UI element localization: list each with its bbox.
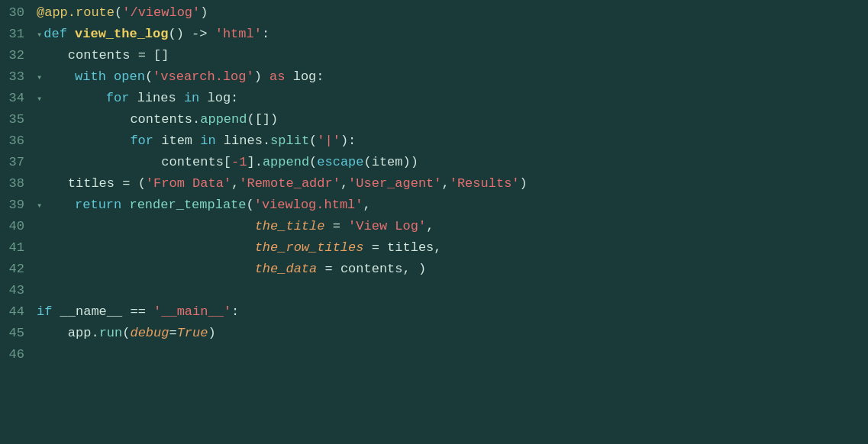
code-line-36: 36 for item in lines.split('|'): bbox=[0, 131, 868, 153]
line-content-33: with open('vsearch.log') as log: bbox=[44, 67, 324, 87]
code-line-34: 34 ▾ for lines in log: bbox=[0, 88, 868, 110]
line-number-32: 32 bbox=[0, 46, 37, 66]
line-number-43: 43 bbox=[0, 281, 37, 301]
code-line-46: 46 bbox=[0, 345, 868, 366]
code-line-31: 31 ▾ def view_the_log() -> 'html': bbox=[0, 24, 868, 46]
line-content-32: contents = [] bbox=[37, 46, 169, 66]
line-content-39: return render_template('viewlog.html', bbox=[44, 195, 371, 215]
line-content-41: the_row_titles = titles, bbox=[37, 238, 442, 258]
line-number-40: 40 bbox=[0, 217, 37, 236]
code-line-39: 39 ▾ return render_template('viewlog.htm… bbox=[0, 195, 868, 217]
line-content-30: @app.route('/viewlog') bbox=[37, 3, 208, 23]
line-number-33: 33 bbox=[0, 67, 37, 87]
code-line-41: 41 the_row_titles = titles, bbox=[0, 238, 868, 259]
line-number-41: 41 bbox=[0, 238, 37, 258]
line-content-40: the_title = 'View Log', bbox=[37, 217, 434, 236]
line-content-36: for item in lines.split('|'): bbox=[37, 131, 356, 151]
line-number-35: 35 bbox=[0, 110, 37, 130]
fold-arrow-39: ▾ bbox=[37, 199, 42, 214]
line-content-45: app.run(debug=True) bbox=[37, 323, 216, 343]
line-content-38: titles = ('From Data','Remote_addr','Use… bbox=[37, 174, 528, 194]
code-line-30: 30 @app.route('/viewlog') bbox=[0, 3, 868, 24]
code-line-33: 33 ▾ with open('vsearch.log') as log: bbox=[0, 67, 868, 88]
code-line-40: 40 the_title = 'View Log', bbox=[0, 217, 868, 238]
line-number-37: 37 bbox=[0, 153, 37, 172]
line-content-35: contents.append([]) bbox=[37, 110, 278, 130]
fold-arrow-34: ▾ bbox=[37, 92, 42, 107]
code-line-45: 45 app.run(debug=True) bbox=[0, 323, 868, 345]
line-content-42: the_data = contents, ) bbox=[37, 259, 426, 279]
line-content-37: contents[-1].append(escape(item)) bbox=[37, 153, 418, 172]
code-line-32: 32 contents = [] bbox=[0, 46, 868, 67]
line-content-31: def view_the_log() -> 'html': bbox=[44, 24, 269, 44]
code-line-35: 35 contents.append([]) bbox=[0, 110, 868, 131]
code-line-38: 38 titles = ('From Data','Remote_addr','… bbox=[0, 174, 868, 195]
line-number-31: 31 bbox=[0, 24, 37, 44]
line-number-46: 46 bbox=[0, 345, 37, 365]
line-number-39: 39 bbox=[0, 195, 37, 215]
line-number-45: 45 bbox=[0, 323, 37, 343]
code-line-37: 37 contents[-1].append(escape(item)) bbox=[0, 153, 868, 174]
fold-arrow-33: ▾ bbox=[37, 71, 42, 85]
line-number-44: 44 bbox=[0, 302, 37, 322]
code-line-42: 42 the_data = contents, ) bbox=[0, 259, 868, 281]
code-line-43: 43 bbox=[0, 281, 868, 302]
code-editor: 30 @app.route('/viewlog') 31 ▾ def view_… bbox=[0, 0, 868, 444]
code-line-44: 44 if __name__ == '__main__': bbox=[0, 302, 868, 323]
line-number-38: 38 bbox=[0, 174, 37, 194]
line-number-30: 30 bbox=[0, 3, 37, 23]
line-number-36: 36 bbox=[0, 131, 37, 151]
line-number-34: 34 bbox=[0, 88, 37, 108]
fold-arrow-31: ▾ bbox=[37, 28, 42, 43]
line-number-42: 42 bbox=[0, 259, 37, 279]
line-content-34: for lines in log: bbox=[44, 88, 238, 108]
line-content-44: if __name__ == '__main__': bbox=[37, 302, 239, 322]
